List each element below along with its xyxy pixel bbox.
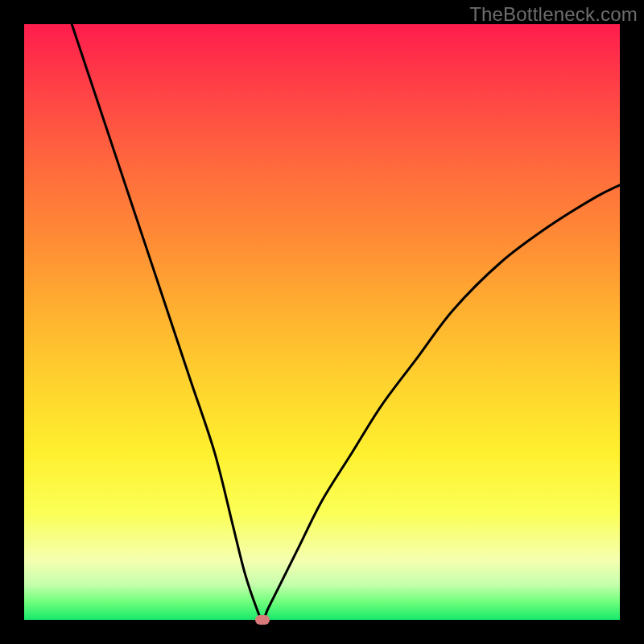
plot-area: [24, 24, 620, 620]
watermark-text: TheBottleneck.com: [469, 3, 638, 26]
chart-frame: TheBottleneck.com: [0, 0, 644, 644]
minimum-marker: [255, 615, 270, 625]
bottleneck-curve: [24, 24, 620, 620]
